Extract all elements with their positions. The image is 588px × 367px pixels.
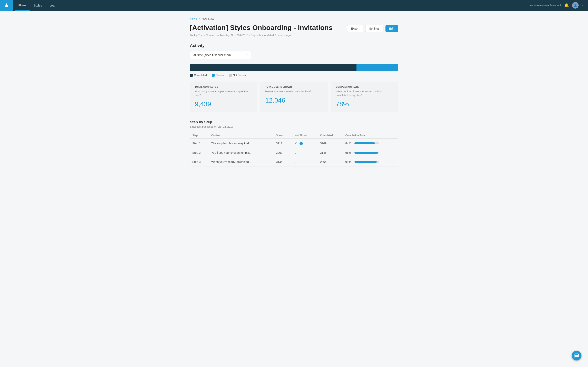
cell-rate: 84% [343, 139, 398, 148]
cell-step: Step 3 [190, 157, 209, 166]
cell-content: When you're ready, download... [209, 157, 274, 166]
avatar-initials: 👤 [574, 4, 577, 7]
stat-card-value-2: 78% [336, 100, 393, 108]
progress-bar-completed [190, 64, 356, 71]
rate-label: 96% [346, 151, 353, 154]
step-by-step-section: Step by Step Since last published on Jan… [190, 120, 398, 166]
rate-bar-track [355, 161, 379, 163]
cell-completed: 2865 [318, 157, 343, 166]
legend-notshown: Not Shown [229, 74, 246, 77]
info-icon[interactable]: i [300, 142, 303, 145]
stat-card-desc-1: How many users were shown the flow? [265, 90, 323, 93]
cell-step: Step 2 [190, 148, 209, 157]
stat-card-desc-2: What portion of users who saw the flow c… [336, 90, 393, 97]
stat-card-1: TOTAL USERS SHOWN How many users were sh… [260, 82, 328, 112]
main-content: Flows > Flow Stats [Activation] Styles O… [182, 11, 406, 173]
table-row: Step 3 When you're ready, download... 31… [190, 157, 398, 166]
breadcrumb: Flows > Flow Stats [190, 17, 398, 20]
avatar-caret-icon[interactable]: ▼ [582, 4, 584, 7]
nav-learn[interactable]: Learn [46, 0, 61, 10]
rate-bar-track [355, 142, 379, 144]
legend-dot-notshown [229, 74, 232, 77]
rate-label: 91% [346, 160, 353, 164]
stat-card-title-1: TOTAL USERS SHOWN [265, 86, 323, 88]
breadcrumb-current: Flow Stats [202, 17, 214, 20]
legend-notshown-label: Not Shown [233, 74, 246, 77]
page-title: [Activation] Styles Onboarding - Invitat… [190, 24, 333, 32]
header-actions: Export Settings Edit [347, 25, 398, 32]
steps-table: Step Content Shown Not Shown Completed C… [190, 132, 398, 166]
cell-notshown: 0 [292, 148, 318, 157]
cell-shown: 3145 [274, 157, 292, 166]
nav-links: Flows Styles Learn [15, 0, 61, 11]
stat-card-desc-0: How many users completed every step of t… [195, 90, 252, 97]
settings-button[interactable]: Settings [365, 25, 383, 32]
cell-step: Step 1 [190, 139, 209, 148]
step-section-sub: Since last published on Jan 22, 2017 [190, 125, 398, 128]
chevron-down-icon: ▾ [246, 54, 248, 57]
stat-cards: TOTAL COMPLETED How many users completed… [190, 82, 398, 112]
col-rate: Completion Rate [343, 132, 398, 139]
legend-completed-label: Completed [194, 74, 207, 77]
activity-dropdown-wrapper: All-time (since first published) ▾ [190, 51, 398, 59]
legend-shown: Shown [212, 74, 224, 77]
cell-shown: 3269 [274, 148, 292, 157]
page-header: [Activation] Styles Onboarding - Invitat… [190, 24, 398, 32]
col-shown: Shown [274, 132, 292, 139]
nav-beta-text: Want to test new features? [530, 4, 561, 7]
nav-styles[interactable]: Styles [30, 0, 46, 10]
breadcrumb-flows-link[interactable]: Flows [190, 17, 197, 20]
rate-bar-fill [355, 161, 377, 163]
activity-dropdown[interactable]: All-time (since first published) ▾ [190, 51, 251, 59]
cell-completed: 3145 [318, 148, 343, 157]
rate-label: 84% [346, 142, 353, 145]
page-meta: Tooltip Tour • Created on Tuesday, Nov 2… [190, 34, 398, 37]
rate-bar-fill [355, 152, 378, 154]
breadcrumb-separator: > [199, 17, 200, 20]
rate-bar-fill [355, 142, 375, 144]
stat-card-value-0: 9,439 [195, 100, 252, 108]
col-step: Step [190, 132, 209, 139]
col-notshown: Not Shown [292, 132, 318, 139]
activity-section: Activity All-time (since first published… [190, 43, 398, 112]
table-header-row: Step Content Shown Not Shown Completed C… [190, 132, 398, 139]
col-completed: Completed [318, 132, 343, 139]
table-head: Step Content Shown Not Shown Completed C… [190, 132, 398, 139]
progress-bar-shown [356, 64, 398, 71]
table-row: Step 2 You'll see your chosen templa... … [190, 148, 398, 157]
cell-content: The simplest, fastest way to d... [209, 139, 274, 148]
rate-bar-track [355, 152, 379, 154]
dropdown-value: All-time (since first published) [193, 53, 231, 57]
legend: Completed Shown Not Shown [190, 74, 398, 77]
logo[interactable] [0, 0, 13, 11]
navbar: Flows Styles Learn Want to test new feat… [0, 0, 588, 11]
stat-card-title-2: COMPLETION RATE [336, 86, 393, 88]
bell-icon[interactable]: 🔔 [564, 3, 569, 8]
avatar[interactable]: 👤 [572, 2, 579, 8]
stat-card-2: COMPLETION RATE What portion of users wh… [331, 82, 398, 112]
cell-completed: 3269 [318, 139, 343, 148]
export-button[interactable]: Export [347, 25, 363, 32]
col-content: Content [209, 132, 274, 139]
nav-flows[interactable]: Flows [15, 0, 30, 11]
table-body: Step 1 The simplest, fastest way to d...… [190, 139, 398, 166]
stat-card-value-1: 12,046 [265, 97, 323, 104]
table-row: Step 1 The simplest, fastest way to d...… [190, 139, 398, 148]
nav-right: Want to test new features? 🔔 👤 ▼ [530, 2, 588, 8]
legend-completed: Completed [190, 74, 207, 77]
activity-title: Activity [190, 43, 398, 48]
cell-content: You'll see your chosen templa... [209, 148, 274, 157]
step-section-title: Step by Step [190, 120, 398, 124]
legend-dot-shown [212, 74, 215, 77]
legend-dot-completed [190, 74, 193, 77]
edit-button[interactable]: Edit [385, 25, 398, 32]
progress-bar [190, 64, 398, 71]
stat-card-0: TOTAL COMPLETED How many users completed… [190, 82, 257, 112]
cell-rate: 91% [343, 157, 398, 166]
stat-card-title-0: TOTAL COMPLETED [195, 86, 252, 88]
cell-notshown: 0 [292, 157, 318, 166]
svg-marker-0 [4, 3, 9, 7]
cell-shown: 3912 [274, 139, 292, 148]
cell-notshown: 71 i [292, 139, 318, 148]
cell-rate: 96% [343, 148, 398, 157]
